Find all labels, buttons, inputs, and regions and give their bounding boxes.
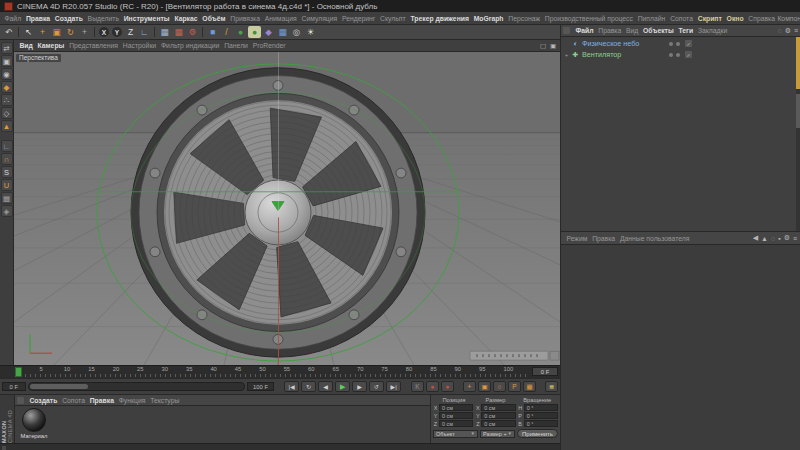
points-mode-icon[interactable]: ∴ — [1, 94, 13, 106]
object-tag-icon[interactable]: ✓ — [685, 51, 692, 58]
toolbar-separator[interactable] — [202, 27, 203, 37]
object-manager-menu-item[interactable]: Вид — [624, 27, 641, 34]
scrollbar-thumb[interactable] — [796, 37, 800, 89]
object-type-icon[interactable]: ◐ — [571, 40, 580, 47]
object-row-fan[interactable]: + ✚ Вентилятор ✓ — [561, 49, 800, 60]
menu-item[interactable]: Анимация — [262, 15, 299, 22]
menu-item[interactable]: Окно — [724, 15, 746, 22]
x-axis-lock-icon[interactable]: X — [99, 27, 109, 37]
material-menu-item[interactable]: Текстуры — [148, 397, 182, 404]
menu-icon[interactable]: ≡ — [794, 27, 798, 34]
goto-start-button[interactable]: |◀ — [284, 381, 299, 392]
preview-range-handle[interactable] — [30, 384, 88, 389]
object-manager-scrollbar[interactable] — [796, 37, 800, 231]
goto-end-button[interactable]: ▶| — [386, 381, 401, 392]
material-menu-item[interactable]: Создать — [27, 397, 60, 404]
viewport-menu-item[interactable]: Вид — [17, 42, 35, 49]
rotation-field[interactable]: 0 ° — [524, 404, 558, 411]
up-icon[interactable]: ▲ — [761, 235, 768, 242]
visibility-dot-icon[interactable] — [669, 53, 673, 57]
last-tool-icon[interactable]: + — [78, 26, 91, 38]
panel-icon[interactable] — [563, 27, 570, 34]
viewport-menu-item[interactable]: Представления — [67, 42, 121, 49]
object-manager-menu-item[interactable]: Файл — [573, 27, 596, 34]
attribute-menu-item[interactable]: Правка — [590, 235, 618, 242]
snap-settings-icon[interactable]: S — [1, 166, 13, 178]
object-tag-icon[interactable]: ✓ — [685, 40, 692, 47]
menu-item[interactable]: Объём — [200, 15, 228, 22]
select-tool-icon[interactable]: ↖ — [22, 26, 35, 38]
position-field[interactable]: 0 см — [439, 420, 473, 427]
make-editable-icon[interactable]: ⇄ — [1, 42, 13, 54]
material-menu-item[interactable]: Функция — [116, 397, 147, 404]
menu-item[interactable]: Каркас — [172, 15, 200, 22]
panel-icon[interactable] — [17, 397, 24, 404]
attribute-menu-item[interactable]: Режим — [564, 235, 590, 242]
visibility-dot-icon[interactable] — [669, 42, 673, 46]
menu-item[interactable]: Привязка — [228, 15, 262, 22]
menu-item[interactable]: Скрипт — [695, 15, 724, 22]
object-row-physical-sky[interactable]: ◐ Физическое небо ✓ — [561, 38, 800, 49]
move-tool-icon[interactable]: + — [36, 26, 49, 38]
menu-item[interactable]: Правка — [24, 15, 53, 22]
enable-snap-icon[interactable]: U — [1, 179, 13, 191]
polygons-mode-icon[interactable]: ▲ — [1, 120, 13, 132]
object-name[interactable]: Вентилятор — [582, 50, 666, 59]
layer-manager-button[interactable]: ≣ — [545, 381, 558, 392]
add-floor-icon[interactable]: ▦ — [276, 26, 289, 38]
apply-button[interactable]: Применить — [517, 429, 558, 438]
texture-mode-icon[interactable]: ◉ — [1, 68, 13, 80]
menu-icon[interactable]: ≡ — [793, 235, 797, 242]
coord-mode-select[interactable]: Объект▼ — [433, 430, 478, 438]
attribute-menu-item[interactable]: Данные пользователя — [618, 235, 692, 242]
object-manager-menu-item[interactable]: Объекты — [641, 27, 676, 34]
coord-system-icon[interactable]: ∟ — [138, 26, 151, 38]
search-icon[interactable]: ◌ — [771, 235, 775, 242]
menu-item[interactable]: Персонаж — [506, 15, 543, 22]
view-workplane-icon[interactable]: ∟ — [1, 140, 13, 152]
menu-item[interactable]: Скульпт — [378, 15, 408, 22]
timeline-ruler[interactable]: 0510152025303540455055606570758085909510… — [0, 365, 560, 378]
viewport-canvas[interactable]: Перспектива — [14, 52, 560, 365]
key-pla-toggle[interactable]: ▦ — [523, 381, 536, 392]
record-button[interactable]: ● — [426, 381, 439, 392]
viewport-view-label[interactable]: Перспектива — [16, 54, 61, 62]
quantize-icon[interactable]: ▦ — [1, 192, 13, 204]
attribute-manager-body[interactable] — [561, 245, 800, 450]
menu-item[interactable]: Справка — [746, 15, 777, 22]
expand-icon[interactable]: + — [564, 52, 569, 58]
add-cube-icon[interactable]: ■ — [206, 26, 219, 38]
model-mode-icon[interactable]: ▣ — [1, 55, 13, 67]
range-start-field[interactable]: 0 F — [2, 382, 26, 391]
add-camera-icon[interactable]: ◎ — [290, 26, 303, 38]
menu-item[interactable]: Создать — [52, 15, 85, 22]
viewport-menu-item[interactable]: ProRender — [250, 42, 288, 49]
viewport-menu-item[interactable]: Панели — [222, 42, 251, 49]
visibility-dot-icon[interactable] — [676, 53, 680, 57]
key-position-toggle[interactable]: + — [463, 381, 476, 392]
key-scale-toggle[interactable]: ▣ — [478, 381, 491, 392]
scale-tool-icon[interactable]: ▣ — [50, 26, 63, 38]
gear-icon[interactable]: ⚙ — [784, 234, 790, 242]
back-icon[interactable]: ◀ — [753, 234, 758, 242]
add-light-icon[interactable]: ☀ — [304, 26, 317, 38]
menu-item[interactable]: Трекер движения — [408, 15, 471, 22]
position-field[interactable]: 0 см — [439, 404, 473, 411]
modeling-settings-icon[interactable]: ◈ — [1, 205, 13, 217]
add-generator-icon[interactable]: ● — [234, 26, 247, 38]
coord-size-mode-select[interactable]: Размер +▼ — [480, 430, 515, 438]
render-picture-viewer-icon[interactable]: ▦ — [172, 26, 185, 38]
visibility-dot-icon[interactable] — [676, 42, 680, 46]
object-list[interactable]: ◐ Физическое небо ✓ + ✚ Вентилятор — [561, 37, 800, 231]
edges-mode-icon[interactable]: ◇ — [1, 107, 13, 119]
prev-frame-button[interactable]: ◀ — [318, 381, 333, 392]
object-type-icon[interactable]: ✚ — [571, 51, 580, 59]
record-key-icon[interactable]: K — [411, 381, 424, 392]
viewport-menu-item[interactable]: Фильтр индикации — [159, 42, 222, 49]
material-name[interactable]: Материал — [21, 433, 48, 439]
z-axis-lock-icon[interactable]: Z — [124, 26, 137, 38]
loop-button[interactable]: ↺ — [369, 381, 384, 392]
menu-item[interactable]: Производственный процесс — [542, 15, 635, 22]
menu-item[interactable]: Выделить — [85, 15, 121, 22]
toolbar-separator[interactable] — [18, 27, 19, 37]
